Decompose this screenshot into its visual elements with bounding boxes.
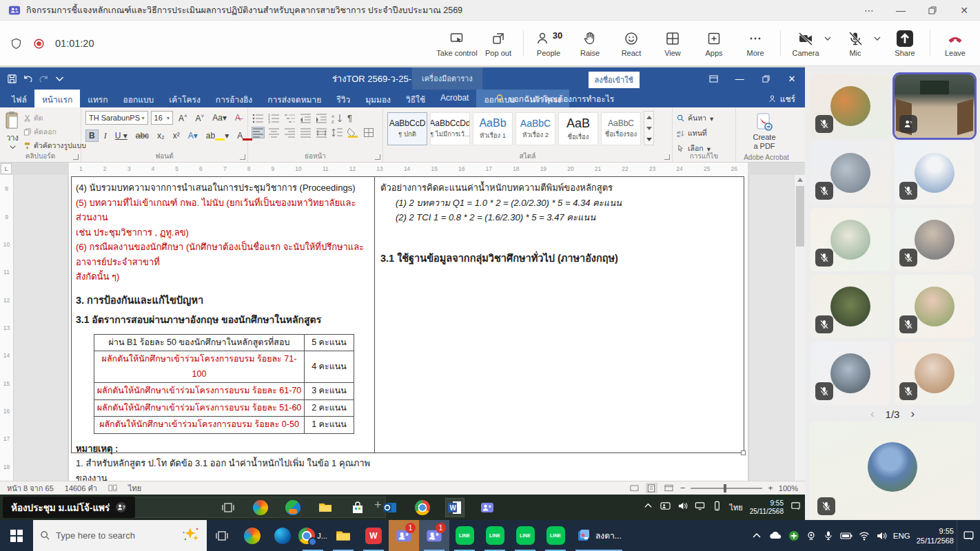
notification-center-icon[interactable] bbox=[790, 501, 801, 514]
tray-chevron-icon[interactable] bbox=[643, 501, 653, 514]
participant-tile[interactable]: ? bbox=[810, 141, 890, 205]
tab-selector[interactable]: L bbox=[1, 163, 12, 174]
ribbon-tab[interactable]: เค้าโครง bbox=[161, 90, 208, 107]
sort-icon[interactable]: AZ bbox=[331, 113, 343, 123]
read-mode-button[interactable] bbox=[629, 483, 640, 493]
replace-button[interactable]: abacแทนที่ bbox=[677, 127, 731, 139]
word-share-button[interactable]: แชร์ bbox=[758, 90, 805, 107]
line-app-icon[interactable]: LINE bbox=[480, 520, 510, 551]
participant-tile[interactable]: ? bbox=[810, 342, 890, 405]
shading-icon[interactable] bbox=[347, 127, 359, 138]
participant-tile[interactable]: ? bbox=[895, 342, 974, 405]
participant-tile[interactable]: ? bbox=[810, 74, 890, 138]
more-button[interactable]: More bbox=[735, 28, 776, 60]
antivirus-icon[interactable] bbox=[788, 530, 799, 541]
ribbon-tab[interactable]: ไฟล์ bbox=[4, 90, 34, 107]
page-indicator[interactable]: หน้า 8 จาก 65 bbox=[7, 482, 54, 495]
distribute-icon[interactable] bbox=[316, 127, 327, 138]
tray-clock[interactable]: 9:55 25/11/2568 bbox=[750, 499, 784, 516]
text-effects-button[interactable]: A▾ bbox=[185, 130, 201, 141]
style-item[interactable]: AaBbC ชื่อเรื่องรอง bbox=[601, 112, 641, 145]
search-box[interactable]: Type here to search bbox=[33, 520, 207, 551]
word-count[interactable]: 14606 คำ bbox=[65, 482, 97, 495]
teams-flashing-icon[interactable]: T 1 bbox=[389, 520, 419, 551]
styles-dialog-launcher[interactable] bbox=[664, 154, 670, 160]
styles-scroll-down[interactable] bbox=[644, 123, 653, 134]
ribbon-tab[interactable]: ออกแบบ bbox=[116, 90, 162, 107]
style-item[interactable]: AaBbC หัวเรื่อง 2 bbox=[515, 112, 555, 145]
multilevel-list-icon[interactable] bbox=[284, 113, 296, 123]
language-indicator[interactable]: ไทย bbox=[128, 482, 141, 495]
participant-tile[interactable]: ? bbox=[810, 208, 890, 271]
cut-button[interactable]: ตัด bbox=[23, 112, 86, 124]
line-app-icon[interactable]: LINE bbox=[540, 520, 571, 551]
ribbon-tab[interactable]: มุมมอง bbox=[358, 90, 398, 107]
pagination-prev-chevron[interactable]: ‹ bbox=[870, 407, 875, 421]
justify-icon[interactable] bbox=[300, 127, 312, 138]
align-left-icon[interactable] bbox=[252, 127, 264, 138]
participant-tile[interactable]: ? bbox=[895, 275, 974, 338]
ribbon-tab[interactable]: แทรก bbox=[80, 90, 115, 107]
vertical-scrollbar[interactable] bbox=[794, 175, 805, 481]
ribbon-tab[interactable]: การส่งจดหมาย bbox=[260, 90, 329, 107]
ribbon-tab[interactable]: การอ้างอิง bbox=[208, 90, 260, 107]
style-item[interactable]: AaBbCcD ¶ ปกติ bbox=[387, 112, 427, 145]
notification-center-button[interactable] bbox=[957, 520, 980, 551]
big-participant-tile[interactable] bbox=[809, 422, 976, 520]
subscript-button[interactable]: x₂ bbox=[154, 130, 167, 141]
participant-tile[interactable]: ? bbox=[810, 275, 890, 338]
tray-clock[interactable]: 9:55 25/11/2568 bbox=[917, 526, 954, 545]
change-case-button[interactable]: Aa▾ bbox=[210, 112, 229, 123]
style-item[interactable]: AaBb หัวเรื่อง 1 bbox=[473, 112, 513, 145]
pagination-next-chevron[interactable]: › bbox=[910, 407, 915, 421]
grow-font-button[interactable]: A˄ bbox=[176, 112, 190, 124]
bold-button[interactable]: B bbox=[85, 129, 99, 142]
edge-icon[interactable] bbox=[267, 520, 298, 551]
style-item[interactable]: AaBbCcDd ¶ ไม่มีการเว้... bbox=[430, 112, 470, 145]
zoom-level[interactable]: 100% bbox=[779, 484, 798, 492]
line-app-icon[interactable]: LINE bbox=[510, 520, 540, 551]
leave-button[interactable]: Leave bbox=[935, 28, 976, 60]
clear-formatting-button[interactable]: A̶ bbox=[232, 112, 243, 123]
tell-me-box[interactable]: บอกฉันว่าคุณต้องการทำอะไร bbox=[488, 90, 621, 107]
create-pdf-button[interactable]: Create a PDF bbox=[740, 112, 788, 151]
redo-icon[interactable] bbox=[39, 74, 49, 84]
font-size-combobox[interactable]: 16▾ bbox=[151, 111, 173, 125]
people-button[interactable]: 30 People bbox=[528, 28, 569, 60]
bullets-icon[interactable] bbox=[252, 113, 264, 123]
paste-button[interactable]: วาง bbox=[4, 111, 21, 152]
scrollbar-thumb[interactable] bbox=[796, 186, 804, 247]
wifi-icon[interactable] bbox=[859, 530, 870, 541]
copy-button[interactable]: คัดลอก bbox=[23, 126, 86, 138]
highlight-button[interactable]: ab▾ bbox=[203, 130, 232, 141]
pop-out-button[interactable]: Pop out bbox=[478, 28, 519, 60]
battery-icon[interactable] bbox=[840, 530, 853, 541]
mic-button[interactable]: Mic bbox=[835, 28, 876, 60]
teams-taskbar-icon[interactable] bbox=[478, 499, 496, 517]
tray-language[interactable]: ENG bbox=[893, 532, 910, 540]
tray-phone-icon[interactable] bbox=[712, 501, 722, 514]
format-painter-button[interactable]: ตัวคัดวางรูปแบบ bbox=[23, 140, 86, 152]
copilot-icon[interactable] bbox=[252, 499, 269, 517]
task-view-button[interactable] bbox=[207, 520, 237, 551]
webcam-tray-icon[interactable] bbox=[806, 530, 817, 541]
zoom-slider-thumb[interactable] bbox=[724, 484, 726, 492]
qat-customize-chevron[interactable] bbox=[54, 74, 65, 84]
word-minimize-button[interactable]: — bbox=[726, 67, 753, 90]
zoom-out-button[interactable]: − bbox=[680, 483, 686, 493]
mic-tray-icon[interactable] bbox=[823, 530, 834, 541]
document-page[interactable]: (4) นับรวมบทความจากการนำเสนอในการประชุมว… bbox=[69, 175, 748, 481]
store-icon[interactable] bbox=[349, 499, 367, 517]
chrome-icon[interactable] bbox=[414, 499, 431, 517]
browser-app-icon[interactable] bbox=[284, 499, 302, 517]
window-more-button[interactable]: ⋯ bbox=[853, 0, 885, 21]
start-button[interactable] bbox=[0, 520, 33, 551]
overflow-app-button[interactable]: ลงดา... bbox=[571, 520, 627, 551]
file-explorer-taskbar-icon[interactable] bbox=[328, 520, 358, 551]
window-close-button[interactable]: ✕ bbox=[948, 0, 980, 21]
align-right-icon[interactable] bbox=[284, 127, 296, 138]
web-layout-button[interactable] bbox=[663, 483, 675, 493]
underline-button[interactable]: U ▾ bbox=[112, 130, 130, 141]
styles-more-button[interactable] bbox=[644, 134, 653, 145]
tray-display-icon[interactable] bbox=[695, 501, 705, 514]
